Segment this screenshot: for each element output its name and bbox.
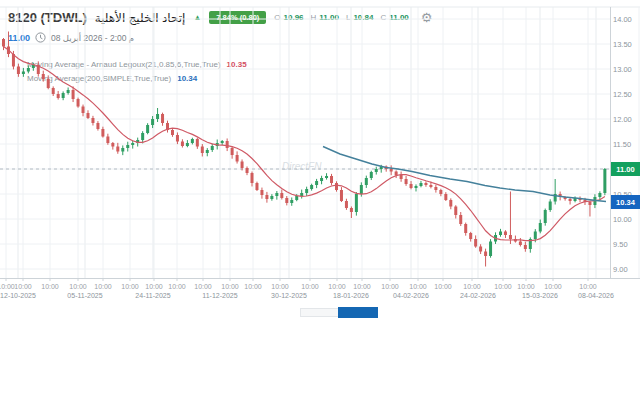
svg-text:10:00: 10:00 bbox=[381, 283, 399, 290]
change-badge: 7.84% (0.80) bbox=[209, 11, 266, 24]
svg-text:08-04-2026: 08-04-2026 bbox=[578, 292, 614, 299]
svg-text:10:00: 10:00 bbox=[94, 283, 112, 290]
clock-icon bbox=[35, 32, 46, 43]
svg-text:13.00: 13.00 bbox=[613, 65, 632, 74]
symbol-row: 8120 (TDWL) إتحاد الخليج الأهلية ▲ 7.84%… bbox=[8, 10, 432, 25]
candlestick-chart[interactable]: DirectFN14.0013.5013.0012.5012.0011.5011… bbox=[0, 0, 640, 330]
high-value: 11.00 bbox=[319, 13, 339, 22]
svg-text:24-11-2025: 24-11-2025 bbox=[135, 292, 170, 299]
svg-text:11.50: 11.50 bbox=[613, 140, 631, 149]
low-value: 10.84 bbox=[353, 13, 373, 22]
high-label: H bbox=[311, 13, 317, 22]
svg-text:10:00: 10:00 bbox=[14, 283, 32, 290]
svg-text:15-03-2026: 15-03-2026 bbox=[522, 292, 558, 299]
svg-text:30-12-2025: 30-12-2025 bbox=[271, 292, 307, 299]
indicator-sma200-label: Moving Average(200,SIMPLE,True,True) bbox=[27, 74, 171, 83]
svg-text:10:00: 10:00 bbox=[353, 283, 371, 290]
close-value: 11.00 bbox=[389, 13, 409, 22]
svg-text:10:00: 10:00 bbox=[494, 283, 512, 290]
svg-text:10:00: 10:00 bbox=[0, 283, 15, 290]
svg-text:10.34: 10.34 bbox=[616, 198, 636, 207]
svg-text:12-10-2025: 12-10-2025 bbox=[0, 292, 36, 299]
svg-text:10.00: 10.00 bbox=[613, 215, 632, 224]
svg-text:14.00: 14.00 bbox=[613, 15, 632, 24]
close-label: C bbox=[380, 13, 386, 22]
settings-gear-icon[interactable]: ⚙ bbox=[421, 11, 433, 24]
svg-text:10:00: 10:00 bbox=[244, 283, 262, 290]
svg-text:10:00: 10:00 bbox=[463, 283, 481, 290]
indicator-sma200-row[interactable]: Moving Average(200,SIMPLE,True,True) 10.… bbox=[27, 74, 197, 83]
svg-text:11-12-2025: 11-12-2025 bbox=[202, 292, 237, 299]
last-price-label: 11.00 bbox=[8, 33, 30, 43]
candle-datetime: 08 م 2:00 - 2026 أبريل bbox=[51, 33, 134, 43]
svg-text:10:00: 10:00 bbox=[168, 283, 186, 290]
indicator-alma-value: 10.35 bbox=[227, 60, 247, 69]
ohlc-readout: O 10.96 H 11.00 L 10.84 C 11.00 bbox=[274, 13, 412, 22]
svg-text:10.50: 10.50 bbox=[613, 190, 632, 199]
svg-text:12.50: 12.50 bbox=[613, 90, 632, 99]
svg-text:10:00: 10:00 bbox=[221, 283, 239, 290]
up-triangle-icon: ▲ bbox=[193, 13, 201, 22]
indicator-sma200-value: 10.34 bbox=[177, 74, 197, 83]
indicator-alma-row[interactable]: Moving Average - Arnaud Legoux(21,0.85,6… bbox=[27, 60, 247, 69]
svg-text:10:00: 10:00 bbox=[409, 283, 427, 290]
svg-text:10:00: 10:00 bbox=[434, 283, 452, 290]
svg-text:12.00: 12.00 bbox=[613, 115, 632, 124]
symbol-code[interactable]: 8120 (TDWL) bbox=[8, 10, 87, 25]
svg-text:11.00: 11.00 bbox=[616, 165, 634, 174]
open-label: O bbox=[274, 13, 280, 22]
open-value: 10.96 bbox=[284, 13, 304, 22]
svg-text:11.00: 11.00 bbox=[613, 165, 631, 174]
svg-text:10:00: 10:00 bbox=[517, 283, 535, 290]
indicator-alma-label: Moving Average - Arnaud Legoux(21,0.85,6… bbox=[27, 60, 221, 69]
svg-text:04-02-2026: 04-02-2026 bbox=[393, 292, 429, 299]
svg-text:10:00: 10:00 bbox=[328, 283, 346, 290]
svg-text:10:00: 10:00 bbox=[271, 283, 289, 290]
svg-text:DirectFN: DirectFN bbox=[282, 161, 322, 172]
svg-text:13.50: 13.50 bbox=[613, 40, 632, 49]
company-name-arabic: إتحاد الخليج الأهلية bbox=[95, 11, 186, 25]
svg-text:18-01-2026: 18-01-2026 bbox=[333, 292, 369, 299]
svg-text:10:00: 10:00 bbox=[301, 283, 319, 290]
svg-text:10:00: 10:00 bbox=[69, 283, 87, 290]
svg-text:10:00: 10:00 bbox=[121, 283, 139, 290]
svg-text:24-02-2026: 24-02-2026 bbox=[460, 292, 496, 299]
trading-chart-window: 8120 (TDWL) إتحاد الخليج الأهلية ▲ 7.84%… bbox=[0, 0, 640, 400]
svg-text:9.00: 9.00 bbox=[613, 265, 628, 274]
chart-scrollbar-thumb[interactable] bbox=[338, 307, 378, 318]
svg-text:05-11-2025: 05-11-2025 bbox=[67, 292, 102, 299]
svg-text:10:00: 10:00 bbox=[145, 283, 163, 290]
svg-text:9.50: 9.50 bbox=[613, 240, 628, 249]
low-label: L bbox=[346, 13, 350, 22]
svg-text:10:00: 10:00 bbox=[41, 283, 59, 290]
svg-text:10:00: 10:00 bbox=[194, 283, 212, 290]
svg-text:10:00: 10:00 bbox=[579, 283, 597, 290]
last-candle-row: 11.00 08 م 2:00 - 2026 أبريل bbox=[8, 32, 134, 43]
svg-text:10:00: 10:00 bbox=[544, 283, 562, 290]
